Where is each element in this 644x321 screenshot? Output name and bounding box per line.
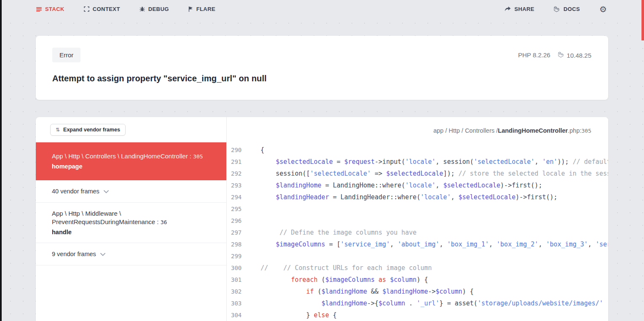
tab-label: CONTEXT bbox=[93, 6, 120, 12]
line-number: 304 bbox=[227, 309, 239, 321]
code-line: 304 } else { bbox=[227, 309, 608, 321]
line-number: 296 bbox=[227, 215, 239, 227]
settings-gear-icon[interactable]: ⚙ bbox=[599, 5, 607, 13]
tab-flare[interactable]: FLARE bbox=[188, 6, 215, 12]
top-navbar: STACK CONTEXT DEBUG FLARE SHARE bbox=[0, 0, 644, 18]
code-line: 299 bbox=[227, 250, 608, 262]
stack-lines-icon bbox=[36, 7, 42, 12]
line-number: 298 bbox=[227, 238, 239, 250]
laravel-version: 10.48.25 bbox=[558, 51, 591, 59]
code-line: 292 session(['selectedLocale' => $select… bbox=[227, 168, 608, 179]
code-text: // // Construct URLs for each image colu… bbox=[245, 262, 432, 274]
docs-button[interactable]: DOCS bbox=[554, 6, 580, 12]
stack-frames: App \ Http \ Controllers \ LandingHomeCo… bbox=[36, 142, 226, 265]
stack-trace-card: ⇅ Expand vendor frames App \ Http \ Cont… bbox=[36, 117, 608, 321]
tab-context[interactable]: CONTEXT bbox=[84, 6, 120, 12]
frame-class-path: App \ Http \ Middleware \ PreventRequest… bbox=[52, 209, 216, 227]
vendor-frames-label: 9 vendor frames bbox=[52, 251, 96, 257]
vendor-frames-label: 40 vendor frames bbox=[52, 188, 99, 195]
php-version: PHP 8.2.26 bbox=[518, 51, 550, 59]
scrollbar-thumb[interactable] bbox=[641, 0, 644, 40]
breadcrumb-line-number: 305 bbox=[582, 128, 591, 134]
code-text: $landingHome->{$column . '_url'} = asset… bbox=[245, 297, 608, 309]
code-panel: app / Http / Controllers / LandingHomeCo… bbox=[227, 117, 608, 321]
stack-frame[interactable]: App \ Http \ Middleware \ PreventRequest… bbox=[36, 203, 226, 243]
stack-frames-panel: ⇅ Expand vendor frames App \ Http \ Cont… bbox=[36, 117, 227, 321]
code-text: $landingHeader = LandingHeader::where('l… bbox=[245, 191, 558, 203]
code-listing: 290 {291 $selectedLocale = $request->inp… bbox=[227, 144, 608, 321]
line-number: 302 bbox=[227, 286, 239, 297]
code-line: 303 $landingHome->{$column . '_url'} = a… bbox=[227, 297, 608, 309]
tab-label: FLARE bbox=[196, 6, 215, 12]
code-line: 300 // // Construct URLs for each image … bbox=[227, 262, 608, 274]
code-line: 296 bbox=[227, 215, 608, 227]
vendor-frames-group[interactable]: 40 vendor frames bbox=[36, 180, 226, 203]
line-number: 290 bbox=[227, 144, 239, 156]
frame-method-name: handle bbox=[52, 228, 216, 236]
flare-flag-icon bbox=[188, 6, 193, 12]
code-text: session(['selectedLocale' => $selectedLo… bbox=[245, 168, 608, 179]
frame-corners-icon bbox=[84, 6, 89, 12]
line-number: 291 bbox=[227, 156, 239, 168]
runtime-versions: PHP 8.2.26 10.48.25 bbox=[518, 48, 591, 100]
share-arrow-icon bbox=[504, 6, 511, 12]
expand-vendor-frames-button[interactable]: ⇅ Expand vendor frames bbox=[50, 124, 126, 136]
line-number: 292 bbox=[227, 168, 239, 179]
vendor-frames-group[interactable]: 9 vendor frames bbox=[36, 243, 226, 265]
tab-stack[interactable]: STACK bbox=[36, 6, 64, 12]
code-file-breadcrumb: app / Http / Controllers / LandingHomeCo… bbox=[227, 117, 608, 144]
frame-method-name: homepage bbox=[52, 162, 216, 171]
code-text: } else { bbox=[245, 309, 337, 321]
chevron-down-icon bbox=[100, 251, 105, 257]
code-line: 291 $selectedLocale = $request->input('l… bbox=[227, 156, 608, 168]
code-line: 301 foreach ($imageColumns as $column) { bbox=[227, 274, 608, 286]
line-number: 297 bbox=[227, 227, 239, 238]
action-label: SHARE bbox=[514, 6, 534, 12]
frame-line-number: 36 bbox=[161, 219, 167, 225]
chevron-down-icon bbox=[104, 188, 109, 195]
stack-frame[interactable]: App \ Http \ Controllers \ LandingHomeCo… bbox=[36, 142, 226, 180]
bug-icon bbox=[140, 6, 145, 12]
tab-label: STACK bbox=[45, 6, 64, 12]
line-number: 299 bbox=[227, 250, 239, 262]
code-text: // Define the image columns you have bbox=[245, 227, 416, 238]
line-number: 293 bbox=[227, 179, 239, 191]
expand-collapse-icon: ⇅ bbox=[56, 127, 60, 133]
laravel-version-number: 10.48.25 bbox=[567, 52, 591, 59]
code-line: 290 { bbox=[227, 144, 608, 156]
laravel-logo-icon bbox=[558, 51, 564, 59]
tab-debug[interactable]: DEBUG bbox=[140, 6, 169, 12]
error-message-title: Attempt to assign property "service_img_… bbox=[52, 74, 267, 83]
action-label: DOCS bbox=[564, 6, 580, 12]
code-text: { bbox=[245, 144, 264, 156]
code-text: foreach ($imageColumns as $column) { bbox=[245, 274, 428, 286]
nav-tabs: STACK CONTEXT DEBUG FLARE bbox=[36, 6, 215, 12]
expand-button-label: Expand vendor frames bbox=[63, 127, 120, 133]
breadcrumb-path: app / Http / Controllers / bbox=[433, 127, 498, 134]
share-button[interactable]: SHARE bbox=[504, 6, 534, 12]
breadcrumb-ext: .php bbox=[568, 127, 580, 134]
code-text: $selectedLocale = $request->input('local… bbox=[245, 156, 608, 168]
expand-vendor-frames-row: ⇅ Expand vendor frames bbox=[36, 117, 226, 142]
code-line: 293 $landingHome = LandingHome::where('l… bbox=[227, 179, 608, 191]
code-line: 295 bbox=[227, 203, 608, 215]
exception-class-badge: Error bbox=[52, 48, 80, 62]
code-line: 297 // Define the image columns you have bbox=[227, 227, 608, 238]
code-text: $imageColumns = ['service_img', 'about_i… bbox=[245, 238, 608, 250]
breadcrumb-filename: LandingHomeController bbox=[498, 127, 568, 134]
error-summary-card: Error Attempt to assign property "servic… bbox=[36, 36, 608, 100]
line-number: 300 bbox=[227, 262, 239, 274]
code-line: 294 $landingHeader = LandingHeader::wher… bbox=[227, 191, 608, 203]
code-line: 302 if ($landingHome && $landingHome->$c… bbox=[227, 286, 608, 297]
error-main: Error Attempt to assign property "servic… bbox=[52, 48, 267, 100]
frame-line-number: 305 bbox=[193, 153, 203, 160]
nav-actions: SHARE DOCS ⚙ bbox=[504, 5, 607, 13]
laravel-logo-icon bbox=[554, 6, 560, 12]
code-line: 298 $imageColumns = ['service_img', 'abo… bbox=[227, 238, 608, 250]
line-number: 294 bbox=[227, 191, 239, 203]
window-left-edge bbox=[0, 0, 2, 321]
code-text: $landingHome = LandingHome::where('local… bbox=[245, 179, 542, 191]
frame-class-path: App \ Http \ Controllers \ LandingHomeCo… bbox=[52, 152, 216, 161]
line-number: 301 bbox=[227, 274, 239, 286]
line-number: 303 bbox=[227, 297, 239, 309]
